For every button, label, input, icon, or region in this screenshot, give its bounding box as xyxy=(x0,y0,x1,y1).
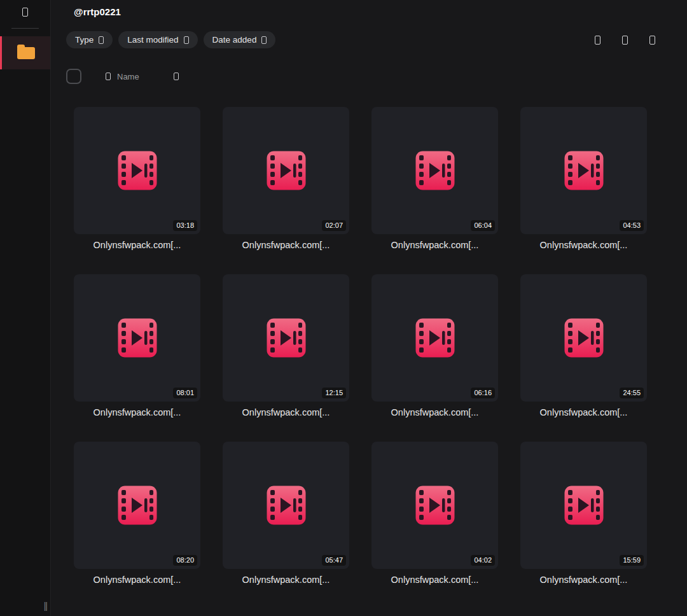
toolbar-icon-1[interactable] xyxy=(595,36,600,45)
video-file-icon xyxy=(415,150,455,191)
sidebar-item-folder[interactable] xyxy=(0,36,50,69)
video-file-icon xyxy=(117,318,158,358)
duration-badge: 04:53 xyxy=(620,220,644,231)
file-card[interactable]: 05:47 xyxy=(223,442,349,569)
duration-badge: 04:02 xyxy=(471,555,495,566)
file-name[interactable]: Onlynsfwpack.com[... xyxy=(223,240,349,250)
chevron-down-icon xyxy=(184,36,189,44)
file-name[interactable]: Onlynsfwpack.com[... xyxy=(371,240,498,250)
file-card[interactable]: 03:18 xyxy=(74,107,200,234)
video-file-icon xyxy=(564,150,604,191)
video-file-icon xyxy=(117,150,158,191)
sidebar-divider xyxy=(11,28,39,29)
video-file-icon xyxy=(266,318,307,358)
filter-chips: Type Last modified Date added xyxy=(66,31,275,48)
file-card[interactable]: 12:15 xyxy=(223,274,349,402)
page-title: @rrtp0221 xyxy=(74,6,656,17)
file-name[interactable]: Onlynsfwpack.com[... xyxy=(74,407,200,417)
duration-badge: 12:15 xyxy=(322,388,346,398)
filter-type-chip[interactable]: Type xyxy=(66,31,113,48)
toolbar-icon-3[interactable] xyxy=(649,36,655,45)
sidebar: || xyxy=(0,0,51,616)
file-item[interactable]: 03:18 Onlynsfwpack.com[... xyxy=(74,107,200,250)
video-file-icon xyxy=(266,485,307,526)
file-item[interactable]: 12:15 Onlynsfwpack.com[... xyxy=(223,274,349,417)
file-card[interactable]: 04:53 xyxy=(520,107,647,234)
file-grid: 03:18 Onlynsfwpack.com[... 02:07 Onlynsf… xyxy=(74,107,656,585)
video-file-icon xyxy=(415,318,455,358)
file-name[interactable]: Onlynsfwpack.com[... xyxy=(74,575,200,585)
video-file-icon xyxy=(415,485,455,526)
list-options-icon[interactable] xyxy=(174,73,179,80)
duration-badge: 15:59 xyxy=(620,555,644,566)
chevron-down-icon xyxy=(261,36,267,44)
file-item[interactable]: 15:59 Onlynsfwpack.com[... xyxy=(520,442,647,585)
duration-badge: 08:01 xyxy=(173,388,197,398)
duration-badge: 06:16 xyxy=(471,388,495,398)
video-file-icon xyxy=(564,485,604,526)
duration-badge: 08:20 xyxy=(173,555,197,566)
toolbar xyxy=(595,36,655,45)
filter-date-added-chip[interactable]: Date added xyxy=(204,31,276,48)
name-sort-icon[interactable] xyxy=(106,73,111,80)
file-name[interactable]: Onlynsfwpack.com[... xyxy=(371,575,498,585)
file-item[interactable]: 05:47 Onlynsfwpack.com[... xyxy=(223,442,349,585)
sidebar-resize-handle[interactable]: || xyxy=(44,601,47,611)
video-file-icon xyxy=(564,318,604,358)
duration-badge: 06:04 xyxy=(471,220,495,231)
folder-icon xyxy=(17,47,35,59)
file-name[interactable]: Onlynsfwpack.com[... xyxy=(520,407,647,417)
video-file-icon xyxy=(117,485,158,526)
file-name[interactable]: Onlynsfwpack.com[... xyxy=(520,575,647,585)
main-content: @rrtp0221 Type Last modified Date added … xyxy=(51,0,687,616)
name-column-label[interactable]: Name xyxy=(117,72,139,81)
file-name[interactable]: Onlynsfwpack.com[... xyxy=(223,575,349,585)
file-item[interactable]: 08:20 Onlynsfwpack.com[... xyxy=(74,442,200,585)
file-card[interactable]: 15:59 xyxy=(520,442,647,569)
filter-last-modified-chip[interactable]: Last modified xyxy=(118,31,197,48)
list-header: Name xyxy=(66,69,656,84)
file-item[interactable]: 04:53 Onlynsfwpack.com[... xyxy=(520,107,647,250)
file-card[interactable]: 04:02 xyxy=(371,442,498,569)
file-card[interactable]: 02:07 xyxy=(223,107,349,234)
duration-badge: 24:55 xyxy=(620,388,644,398)
chevron-down-icon xyxy=(99,36,104,44)
file-item[interactable]: 08:01 Onlynsfwpack.com[... xyxy=(74,274,200,417)
toolbar-icon-2[interactable] xyxy=(622,36,628,45)
filter-type-label: Type xyxy=(75,35,94,45)
filter-date-added-label: Date added xyxy=(212,35,257,45)
file-name[interactable]: Onlynsfwpack.com[... xyxy=(74,240,200,250)
file-card[interactable]: 08:20 xyxy=(74,442,200,569)
file-item[interactable]: 04:02 Onlynsfwpack.com[... xyxy=(371,442,498,585)
file-item[interactable]: 06:04 Onlynsfwpack.com[... xyxy=(371,107,498,250)
file-name[interactable]: Onlynsfwpack.com[... xyxy=(223,407,349,417)
file-card[interactable]: 06:16 xyxy=(371,274,498,402)
duration-badge: 03:18 xyxy=(173,220,197,231)
select-all-checkbox[interactable] xyxy=(66,69,81,84)
video-file-icon xyxy=(266,150,307,191)
app-menu-icon[interactable] xyxy=(22,8,28,17)
file-item[interactable]: 02:07 Onlynsfwpack.com[... xyxy=(223,107,349,250)
file-name[interactable]: Onlynsfwpack.com[... xyxy=(371,407,498,417)
duration-badge: 02:07 xyxy=(322,220,346,231)
filter-last-modified-label: Last modified xyxy=(127,35,178,45)
duration-badge: 05:47 xyxy=(322,555,346,566)
file-card[interactable]: 08:01 xyxy=(74,274,200,402)
file-item[interactable]: 06:16 Onlynsfwpack.com[... xyxy=(371,274,498,417)
file-card[interactable]: 06:04 xyxy=(371,107,498,234)
file-item[interactable]: 24:55 Onlynsfwpack.com[... xyxy=(520,274,647,417)
file-card[interactable]: 24:55 xyxy=(520,274,647,402)
file-name[interactable]: Onlynsfwpack.com[... xyxy=(520,240,647,250)
